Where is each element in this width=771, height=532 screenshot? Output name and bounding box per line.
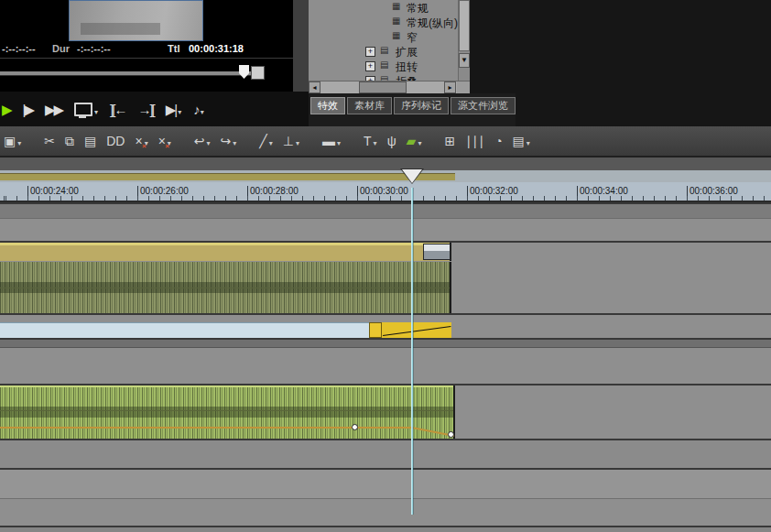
folder-icon: ▤ (380, 45, 388, 55)
vertical-scrollbar-thumb[interactable] (459, 0, 470, 51)
ruler-timecode: 00:00:26:00 (137, 186, 189, 196)
palette-tab-3[interactable]: 源文件浏览 (451, 97, 516, 114)
palette-tab-1[interactable]: 素材库 (347, 97, 392, 114)
grid-button[interactable]: ⊞ (444, 135, 455, 147)
save-icon: ▣ (4, 135, 16, 147)
keyframe-handle[interactable] (369, 322, 382, 338)
main-toolbar: ▣▾✂⧉▤DD××▾××▾↩▾↪▾╱▾⊥▾▬▾T▾ψ▰▾⊞∣∣∣◔▤▾ (0, 126, 771, 157)
volume-automation-line[interactable] (0, 427, 412, 429)
monitor-scrub-handle[interactable] (239, 65, 249, 79)
scroll-down-button[interactable]: ▼ (459, 53, 470, 68)
tree-item-0[interactable]: ▦常规 (309, 0, 458, 15)
set-in-point-icon: ][← (110, 103, 125, 116)
effects-tree: ▦常规▦常规(纵向)▦窄+▤扩展+▤扭转+▤折叠 (309, 0, 458, 81)
dropdown-caret-icon: ▾ (94, 109, 98, 116)
duration-label: Dur (52, 43, 70, 54)
effects-palette: ▦常规▦常规(纵向)▦窄+▤扩展+▤扭转+▤折叠 ▼ ◂ ▸ (309, 0, 470, 93)
mixer-icon: ∣∣∣ (465, 135, 484, 147)
ruler-timecode: 00:00:36:00 (687, 186, 738, 196)
palette-tab-0[interactable]: 特效 (310, 97, 345, 114)
redo-button[interactable]: ↪▾ (221, 135, 237, 147)
play-button[interactable]: ▶ (2, 103, 11, 116)
title-button[interactable]: T▾ (364, 135, 377, 147)
preset-icon: ▦ (392, 30, 400, 40)
waveform-center-line (0, 288, 450, 288)
export-icon: ▰ (407, 135, 417, 147)
video-clip[interactable] (0, 243, 451, 261)
transition-button[interactable]: ▬▾ (322, 135, 341, 147)
horizontal-scrollbar[interactable]: ◂ ▸ (309, 81, 470, 93)
current-timecode: -:--:--:-- (2, 43, 36, 54)
sequence-bar-area (0, 170, 771, 182)
save-button[interactable]: ▣▾ (4, 135, 21, 147)
timeline-ruler[interactable]: 00:00:24:0000:00:26:0000:00:28:0000:00:3… (0, 182, 771, 202)
monitor-scrub-track[interactable] (0, 71, 263, 76)
dropdown-caret-icon: ▾ (17, 140, 21, 147)
add-cut-point-button[interactable]: ⊥▾ (283, 135, 299, 147)
volume-keyframe[interactable] (448, 431, 454, 438)
ruler-timecode: 00:00:32:00 (467, 186, 518, 196)
mixer-button[interactable]: ∣∣∣ (465, 135, 484, 147)
loop-play-icon: ♪ (193, 103, 199, 116)
voiceover-button[interactable]: ψ (387, 135, 396, 147)
clip-end-thumbnail (423, 244, 451, 260)
bin-button[interactable]: ▤▾ (513, 135, 530, 147)
scroll-right-button[interactable]: ▸ (444, 81, 456, 93)
audio-clip-waveform-upper[interactable] (0, 262, 451, 313)
accent-mark-icon: × (142, 143, 147, 150)
trim-button[interactable]: ╱▾ (259, 135, 272, 147)
ripple-delete-button[interactable]: ××▾ (158, 135, 171, 147)
playhead-marker[interactable] (402, 169, 422, 183)
horizontal-scrollbar-thumb[interactable] (359, 81, 407, 93)
vertical-scrollbar[interactable]: ▼ (458, 0, 470, 81)
palette-tab-2[interactable]: 序列标记 (394, 97, 449, 114)
total-timecode: 00:00:31:18 (189, 43, 244, 54)
scroll-left-button[interactable]: ◂ (309, 81, 320, 93)
playback-settings-button[interactable]: ◔ (494, 135, 502, 147)
undo-icon: ↩ (194, 135, 205, 147)
duplicate-button[interactable]: DD (106, 135, 125, 147)
expand-icon[interactable]: + (365, 47, 375, 57)
ruler-timecode: 00:00:24:00 (27, 186, 79, 196)
audio-clip-green[interactable] (0, 385, 455, 439)
dropdown-caret-icon: ▾ (178, 109, 181, 116)
copy-button[interactable]: ⧉ (65, 135, 74, 147)
tree-item-3[interactable]: +▤扩展 (309, 44, 458, 59)
tree-item-5[interactable]: +▤折叠 (309, 73, 458, 81)
paste-button[interactable]: ▤ (84, 135, 96, 147)
monitor-separator (0, 58, 293, 59)
set-out-point-icon: →][ (137, 103, 153, 116)
expand-icon[interactable]: + (365, 61, 375, 71)
ruler-timecode: 00:00:30:00 (357, 186, 408, 196)
dropdown-caret-icon: ▾ (201, 109, 204, 116)
accent-mark-icon: × (165, 143, 169, 150)
loop-play-button[interactable]: ♪▾ (193, 103, 204, 116)
grid-icon: ⊞ (444, 135, 455, 147)
delete-button[interactable]: ××▾ (135, 135, 147, 147)
track-separator (0, 498, 771, 499)
ruler-timecode: 00:00:28:00 (247, 186, 299, 196)
cut-button[interactable]: ✂ (44, 135, 55, 147)
tree-item-2[interactable]: ▦窄 (309, 29, 458, 44)
scrollbar-corner (457, 81, 470, 93)
set-in-point-button[interactable]: ][← (110, 103, 125, 116)
play-around-button[interactable]: ▶|▾ (166, 103, 181, 116)
transition-icon: ▬ (322, 135, 335, 147)
dropdown-caret-icon: ▾ (374, 140, 377, 147)
export-button[interactable]: ▰▾ (407, 135, 422, 147)
monitor-toggle-button[interactable]: ▾ (74, 103, 98, 116)
undo-button[interactable]: ↩▾ (194, 135, 211, 147)
preset-icon: ▦ (392, 16, 400, 26)
tree-item-4[interactable]: +▤扭转 (309, 59, 458, 73)
dropdown-caret-icon: ▾ (233, 140, 236, 147)
timecode-row: -:--:--:-- Dur -:--:--:-- Ttl 00:00:31:1… (0, 42, 293, 57)
frame-play-button[interactable]: |▶ (23, 103, 33, 116)
frame-play-icon: |▶ (23, 103, 33, 116)
fast-forward-button[interactable]: ▶▶ (45, 103, 62, 116)
tree-item-1[interactable]: ▦常规(纵向) (309, 15, 458, 29)
volume-keyframe[interactable] (352, 424, 358, 430)
folder-icon: ▤ (380, 74, 388, 81)
video-preview (69, 0, 203, 41)
dropdown-caret-icon: ▾ (296, 140, 299, 147)
set-out-point-button[interactable]: →][ (137, 103, 153, 116)
